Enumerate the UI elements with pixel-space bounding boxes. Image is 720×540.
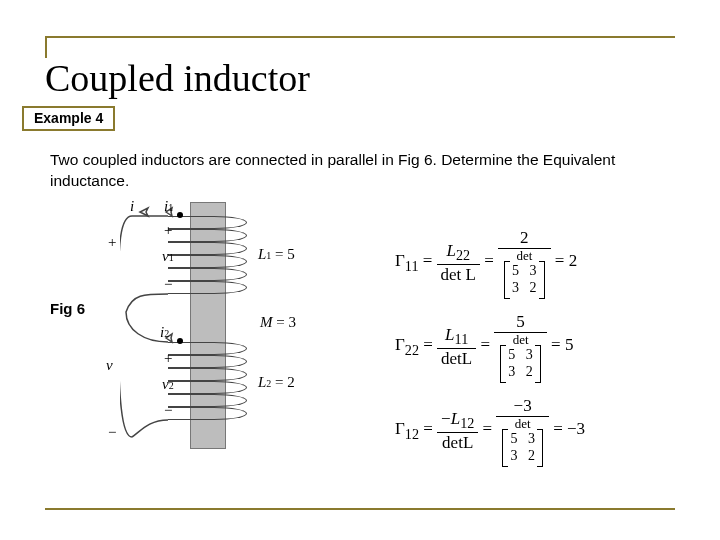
label-M: M = 3 (260, 314, 296, 331)
label-v1: v1 (162, 248, 174, 265)
label-plus: + (164, 222, 172, 239)
equations-block: Γ11 = L22 det L = 2 det 5 33 2 = 2 Γ22 (395, 200, 695, 442)
label-minus: − (164, 276, 172, 293)
label-plus: + (164, 350, 172, 367)
label-i: i (130, 198, 134, 215)
label-v2: v2 (162, 376, 174, 393)
problem-statement: Two coupled inductors are connected in p… (50, 150, 680, 192)
label-plus: + (108, 234, 116, 251)
circuit-diagram: i i1 i2 + v1 − + v2 − + v − L1 = 5 M = 3… (120, 202, 370, 452)
slide-top-rule (45, 36, 675, 38)
equation-gamma12: Γ12 = −L12 detL = −3 det 5 33 2 = −3 (395, 368, 695, 442)
example-badge: Example 4 (22, 106, 115, 131)
slide-top-rule-stub (45, 36, 47, 58)
wiring-svg (120, 202, 370, 452)
slide-bottom-rule (45, 508, 675, 510)
label-L2: L2 = 2 (258, 374, 295, 391)
label-minus: − (108, 424, 116, 441)
label-minus: − (164, 402, 172, 419)
equation-gamma11: Γ11 = L22 det L = 2 det 5 33 2 = 2 (395, 200, 695, 274)
page-title: Coupled inductor (45, 56, 310, 100)
label-i2: i2 (160, 324, 169, 341)
label-i1: i1 (164, 198, 173, 215)
label-L1: L1 = 5 (258, 246, 295, 263)
figure-label: Fig 6 (50, 300, 85, 317)
equation-gamma22: Γ22 = L11 detL = 5 det 5 33 2 = 5 (395, 284, 695, 358)
label-v: v (106, 357, 113, 374)
